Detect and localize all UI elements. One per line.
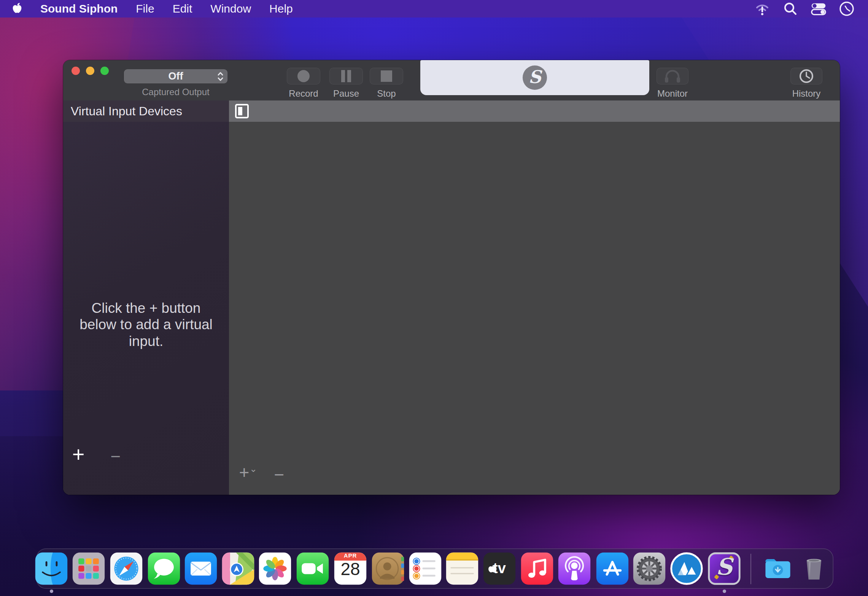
calendar-day: 28 xyxy=(333,559,368,579)
zoom-button[interactable] xyxy=(100,67,109,75)
sidebar-title: Virtual Input Devices xyxy=(71,104,182,118)
close-button[interactable] xyxy=(72,67,80,75)
sound-siphon-window: Off Captured Output Record Pau xyxy=(63,60,840,495)
sidebar-toggle-icon[interactable] xyxy=(235,104,249,118)
dock-separator xyxy=(750,554,751,584)
monitor-label: Monitor xyxy=(657,88,688,99)
menu-window[interactable]: Window xyxy=(210,2,252,15)
launchpad-icon[interactable] xyxy=(71,551,106,586)
minimize-button[interactable] xyxy=(86,67,94,75)
sound-siphon-letter: S xyxy=(707,553,742,580)
content-header-bar xyxy=(229,100,840,122)
headphones-icon xyxy=(664,69,681,83)
calendar-month: APR xyxy=(333,552,368,559)
app-logo-panel: S xyxy=(420,60,649,95)
downloads-folder-icon[interactable] xyxy=(760,551,795,586)
mail-icon[interactable] xyxy=(183,551,218,586)
apple-icon xyxy=(12,3,22,15)
sidebar: Virtual Input Devices Click the + button… xyxy=(63,100,229,495)
trash-icon[interactable] xyxy=(796,551,831,586)
safari-icon[interactable] xyxy=(109,551,144,586)
wifi-alert-icon[interactable] xyxy=(754,1,771,16)
sidebar-header: Virtual Input Devices xyxy=(63,100,229,122)
menu-bar: Sound Siphon File Edit Window Help xyxy=(0,0,868,18)
stop-icon xyxy=(380,70,393,82)
captured-output-value: Off xyxy=(169,70,183,82)
history-button[interactable] xyxy=(790,68,822,84)
popup-stepper-icon xyxy=(217,72,224,81)
pause-button[interactable] xyxy=(329,68,363,84)
content-remove-button[interactable]: − xyxy=(270,466,288,483)
mountains-app-icon[interactable] xyxy=(669,551,704,586)
history-label: History xyxy=(790,88,822,99)
pause-label: Pause xyxy=(329,88,363,99)
finder-icon[interactable] xyxy=(34,551,69,586)
music-icon[interactable] xyxy=(520,551,555,586)
facetime-icon[interactable] xyxy=(295,551,330,586)
content-area: + ⌄ − xyxy=(229,122,840,495)
menu-edit[interactable]: Edit xyxy=(172,2,193,15)
history-clock-icon xyxy=(798,68,814,84)
tv-label: tv xyxy=(482,560,517,577)
clock-icon[interactable] xyxy=(838,1,855,16)
contacts-icon[interactable] xyxy=(370,551,405,586)
sidebar-add-button[interactable]: + xyxy=(69,444,87,465)
calendar-icon[interactable]: APR 28 xyxy=(333,551,368,586)
desktop: { "menu_bar": { "app_name": "Sound Sipho… xyxy=(0,0,868,596)
stop-button[interactable] xyxy=(370,68,403,84)
sound-siphon-running-indicator xyxy=(723,590,726,593)
reminders-icon[interactable] xyxy=(408,551,443,586)
stop-label: Stop xyxy=(370,88,403,99)
control-center-icon[interactable] xyxy=(810,1,827,16)
record-label: Record xyxy=(287,88,320,99)
menu-help[interactable]: Help xyxy=(269,2,294,15)
sound-siphon-logo-icon: S xyxy=(523,65,547,90)
maps-icon[interactable] xyxy=(221,551,256,586)
notes-icon[interactable] xyxy=(445,551,480,586)
search-icon[interactable] xyxy=(782,1,799,16)
content-add-chevron-icon[interactable]: ⌄ xyxy=(249,464,258,473)
captured-output-label: Captured Output xyxy=(124,87,227,97)
system-preferences-icon[interactable] xyxy=(632,551,667,586)
record-icon xyxy=(297,69,310,83)
finder-running-indicator xyxy=(50,590,53,593)
podcasts-icon[interactable] xyxy=(557,551,592,586)
app-menu-sound-siphon[interactable]: Sound Siphon xyxy=(40,2,118,15)
sound-siphon-icon[interactable]: S xyxy=(707,551,742,586)
sidebar-empty-message: Click the + button below to add a virtua… xyxy=(78,300,214,349)
menu-file[interactable]: File xyxy=(135,2,155,15)
app-store-icon[interactable] xyxy=(595,551,630,586)
photos-icon[interactable] xyxy=(258,551,293,586)
monitor-button[interactable] xyxy=(657,68,688,84)
captured-output-popup[interactable]: Off xyxy=(124,69,227,83)
tv-icon[interactable]: tv xyxy=(482,551,517,586)
record-button[interactable] xyxy=(287,68,320,84)
messages-icon[interactable] xyxy=(146,551,181,586)
apple-menu[interactable] xyxy=(11,3,23,15)
sidebar-remove-button[interactable]: − xyxy=(107,448,125,465)
toolbar: Off Captured Output Record Pau xyxy=(63,60,840,100)
logo-letter: S xyxy=(528,68,541,86)
pause-icon xyxy=(340,70,352,83)
